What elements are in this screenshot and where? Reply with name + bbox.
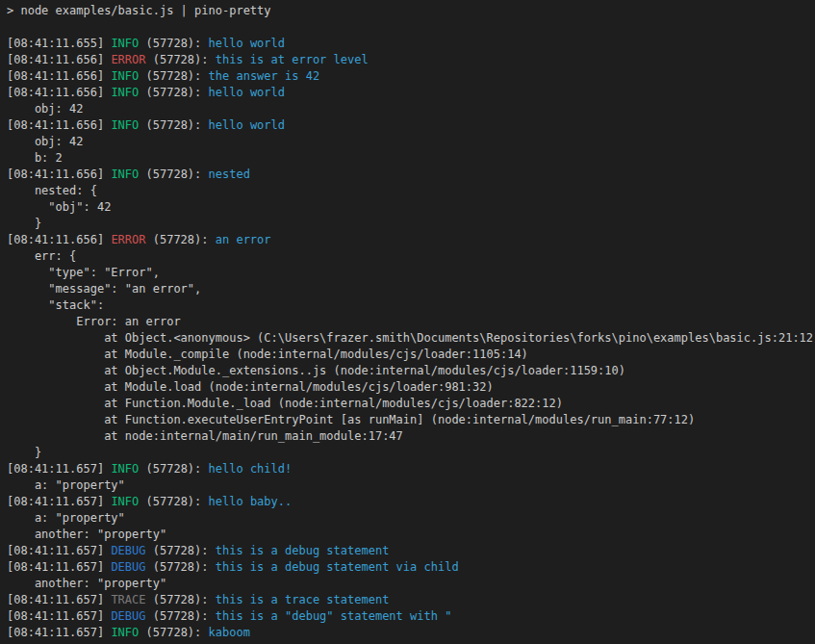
- terminal-line: [08:41:11.657] TRACE (57728): this is a …: [7, 592, 815, 608]
- log-text: "type": "Error",: [7, 266, 160, 279]
- terminal-line: [08:41:11.656] ERROR (57728): an error: [7, 232, 815, 248]
- terminal-line: obj: 42: [7, 134, 815, 150]
- log-text: b: 2: [7, 151, 63, 165]
- terminal-line: [08:41:11.655] INFO (57728): hello world: [7, 36, 815, 52]
- log-level-dbg: DEBUG: [111, 544, 145, 557]
- log-text: [08:41:11.657]: [7, 495, 111, 508]
- terminal-line: obj: 42: [7, 101, 815, 117]
- log-level-info: INFO: [111, 86, 139, 99]
- log-text: err: {: [7, 249, 76, 263]
- log-text: (57728):: [146, 53, 216, 66]
- terminal-line: [08:41:11.656] INFO (57728): hello world: [7, 85, 815, 101]
- log-message: hello baby..: [209, 495, 293, 508]
- terminal-line: at Module._compile (node:internal/module…: [7, 347, 815, 363]
- log-text: }: [7, 217, 41, 230]
- terminal-line: [08:41:11.656] INFO (57728): hello world: [7, 117, 815, 134]
- log-text: at Module._compile (node:internal/module…: [7, 348, 528, 361]
- terminal-line: [08:41:11.657] INFO (57728): hello baby.…: [7, 494, 815, 510]
- log-text: [08:41:11.657]: [7, 544, 111, 557]
- log-text: nested: {: [7, 184, 97, 197]
- log-text: (57728):: [139, 118, 208, 132]
- log-text: at Function.Module._load (node:internal/…: [7, 397, 563, 410]
- terminal-line: [08:41:11.657] DEBUG (57728): this is a …: [7, 559, 815, 576]
- terminal-line: "stack":: [7, 297, 815, 314]
- log-text: another: "property": [7, 577, 166, 590]
- log-text: Error: an error: [7, 315, 181, 328]
- log-text: at Module.load (node:internal/modules/cj…: [7, 380, 494, 394]
- log-level-err: ERROR: [111, 233, 145, 246]
- terminal-line: at Module.load (node:internal/modules/cj…: [7, 379, 815, 396]
- log-text: [08:41:11.656]: [7, 118, 111, 132]
- log-text: (57728):: [146, 544, 216, 557]
- log-message: this is a trace statement: [216, 593, 390, 606]
- terminal-line: at Function.executeUserEntryPoint [as ru…: [7, 412, 815, 428]
- log-text: (57728):: [139, 69, 208, 83]
- terminal-line: }: [7, 216, 815, 232]
- log-text: (57728):: [146, 560, 216, 574]
- log-level-info: INFO: [111, 37, 139, 50]
- log-text: a: "property": [7, 478, 125, 492]
- log-message: this is a debug statement via child: [216, 560, 459, 574]
- terminal-line: a: "property": [7, 510, 815, 527]
- log-text: [08:41:11.656]: [7, 69, 111, 83]
- log-message: nested: [209, 167, 250, 181]
- log-text: [08:41:11.656]: [7, 233, 111, 246]
- terminal-output[interactable]: > node examples/basic.js | pino-pretty […: [0, 0, 815, 644]
- log-text: another: "property": [7, 528, 166, 541]
- log-text: (57728):: [139, 86, 208, 99]
- log-text: (57728):: [139, 462, 208, 476]
- log-message: hello world: [209, 118, 285, 132]
- log-text: a: "property": [7, 511, 125, 525]
- terminal-line: nested: {: [7, 183, 815, 199]
- log-level-info: INFO: [111, 69, 139, 83]
- log-message: kaboom: [209, 626, 250, 639]
- log-text: (57728):: [139, 167, 208, 181]
- terminal-line: [08:41:11.656] INFO (57728): the answer …: [7, 68, 815, 85]
- terminal-line: Error: an error: [7, 314, 815, 330]
- log-text: (57728):: [139, 495, 208, 508]
- terminal-line: "type": "Error",: [7, 265, 815, 281]
- terminal-line: "obj": 42: [7, 199, 815, 216]
- terminal-line: at node:internal/main/run_main_module:17…: [7, 428, 815, 445]
- log-level-dbg: DEBUG: [111, 560, 145, 574]
- log-text: (57728):: [146, 233, 216, 246]
- log-level-info: INFO: [111, 495, 139, 508]
- log-message: the answer is 42: [209, 69, 320, 83]
- log-text: > node examples/basic.js | pino-pretty: [7, 4, 271, 17]
- terminal-line: b: 2: [7, 150, 815, 167]
- log-text: [08:41:11.656]: [7, 53, 111, 66]
- log-text: [08:41:11.656]: [7, 86, 111, 99]
- log-text: [08:41:11.656]: [7, 167, 111, 181]
- log-text: (57728):: [146, 593, 216, 606]
- log-level-info: INFO: [111, 118, 139, 132]
- terminal-line: another: "property": [7, 527, 815, 543]
- log-text: obj: 42: [7, 102, 83, 116]
- log-text: "obj": 42: [7, 200, 111, 214]
- log-text: [08:41:11.657]: [7, 626, 111, 639]
- terminal-line: > node examples/basic.js | pino-pretty: [7, 3, 815, 19]
- terminal-line: "message": "an error",: [7, 281, 815, 297]
- terminal-line: }: [7, 445, 815, 461]
- log-text: (57728):: [146, 609, 216, 623]
- log-text: (57728):: [139, 37, 208, 50]
- terminal-line: another: "property": [7, 576, 815, 592]
- log-text: [08:41:11.657]: [7, 560, 111, 574]
- terminal-line: [08:41:11.657] INFO (57728): hello child…: [7, 461, 815, 477]
- log-text: [08:41:11.657]: [7, 462, 111, 476]
- terminal-line: at Object.<anonymous> (C:\Users\frazer.s…: [7, 330, 815, 347]
- log-text: (57728):: [139, 626, 208, 639]
- log-text: "message": "an error",: [7, 282, 201, 296]
- log-level-err: ERROR: [111, 53, 145, 66]
- terminal-line: [08:41:11.656] ERROR (57728): this is at…: [7, 52, 815, 68]
- log-message: this is at error level: [216, 53, 369, 66]
- log-message: this is a "debug" statement with ": [216, 609, 452, 623]
- log-level-dbg: DEBUG: [111, 609, 145, 623]
- log-text: at Object.<anonymous> (C:\Users\frazer.s…: [7, 331, 815, 345]
- log-level-info: INFO: [111, 626, 139, 639]
- log-level-info: INFO: [111, 462, 139, 476]
- log-text: [08:41:11.655]: [7, 37, 111, 50]
- log-level-trc: TRACE: [111, 593, 145, 606]
- log-text: at Function.executeUserEntryPoint [as ru…: [7, 413, 695, 426]
- terminal-line: [7, 19, 815, 36]
- terminal-line: err: {: [7, 248, 815, 265]
